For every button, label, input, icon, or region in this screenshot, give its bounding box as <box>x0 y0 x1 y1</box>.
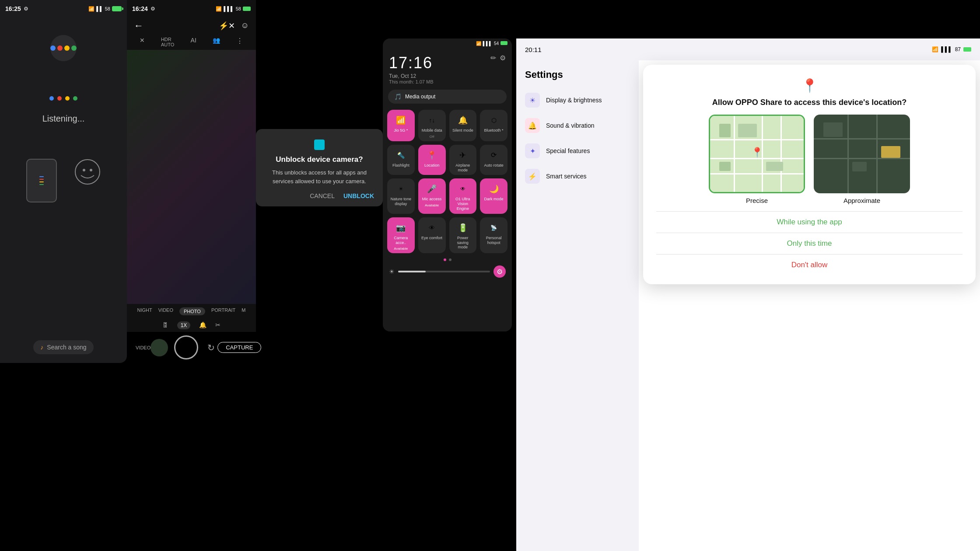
location-options: While using the app Only this time Don't… <box>656 211 962 274</box>
camera-access-sublabel: Available <box>394 247 408 251</box>
more-icon[interactable]: ⋮ <box>236 37 243 47</box>
page-dot-2[interactable] <box>449 258 452 261</box>
dark-mode-label: Dark mode <box>484 197 504 202</box>
qs-tile-bluetooth[interactable]: ⬡ Bluetooth * <box>480 110 508 141</box>
flip-camera-icon[interactable]: ↻ <box>204 341 217 354</box>
qs-tile-hotspot[interactable]: 📡 Personal hotspot <box>480 217 508 254</box>
search-song-button[interactable]: ♪ Search a song <box>33 340 93 354</box>
precise-map-image[interactable]: 📍 <box>709 115 805 193</box>
google-dots <box>50 45 77 51</box>
status-bar-camera: 16:24 ⚙ 📶 ▌▌▌ 58 <box>127 0 256 17</box>
unblock-title: Unblock device camera? <box>265 155 374 164</box>
mic-sublabel: Available <box>425 203 439 207</box>
while-using-app-option[interactable]: While using the app <box>656 213 962 231</box>
camera-modes-bar: NIGHT VIDEO PHOTO PORTRAIT M <box>127 304 256 319</box>
grid-icon: ✕ <box>140 37 145 47</box>
camera-bottom-bar: VIDEO ↻ CAPTURE <box>127 332 256 363</box>
signal-icon: ▌▌ <box>96 6 103 11</box>
phone-illustration <box>26 159 57 202</box>
mode-photo[interactable]: PHOTO <box>179 307 205 315</box>
listening-dots <box>49 96 77 101</box>
face-detect-icon[interactable]: ☺ <box>241 21 249 31</box>
qs-tile-wifi[interactable]: 📶 Jio 5G * <box>387 110 415 141</box>
page-dots <box>383 257 512 263</box>
qs-time: 17:16 <box>389 54 434 72</box>
flash-icon[interactable]: ⚡✕ <box>219 21 235 31</box>
only-this-time-option[interactable]: Only this time <box>656 235 962 252</box>
shutter-button[interactable] <box>174 335 198 359</box>
capture-button[interactable]: CAPTURE <box>217 342 261 353</box>
dont-allow-option[interactable]: Don't allow <box>656 256 962 274</box>
qs-tile-power-saving[interactable]: 🔋 Power saving mode <box>449 217 477 254</box>
sidebar-item-special[interactable]: ✦ Special features <box>516 138 639 164</box>
brightness-slider[interactable] <box>398 271 490 272</box>
face-illustration <box>74 159 101 185</box>
camera-access-icon: 📷 <box>395 222 407 234</box>
qs-header: 17:16 Tue, Oct 12 This month: 1.07 MB ✏ … <box>383 49 512 87</box>
qs-tile-camera[interactable]: 📷 Camera acce.. Available <box>387 217 415 254</box>
qs-tile-autorotate[interactable]: ⟳ Auto rotate <box>480 145 508 175</box>
sound-label: Sound & vibration <box>546 122 595 129</box>
unblock-actions: CANCEL UNBLOCK <box>265 192 374 199</box>
brightness-settings-button[interactable]: ⚙ <box>494 265 506 278</box>
qs-tile-flashlight[interactable]: 🔦 Flashlight <box>387 145 415 175</box>
mode-portrait[interactable]: PORTRAIT <box>211 307 235 315</box>
silent-icon: 🔔 <box>457 114 469 126</box>
google-dot-yellow <box>64 45 70 51</box>
location-dialog-title: Allow OPPO Share to access this device's… <box>656 98 962 108</box>
airplane-label: Airplane mode <box>452 163 474 173</box>
settings-icon-assistant: ⚙ <box>24 6 28 12</box>
precise-label: Precise <box>746 197 768 204</box>
back-button[interactable]: ← <box>134 20 144 31</box>
settings-title: Settings <box>516 65 639 87</box>
gallery-thumbnail[interactable] <box>150 339 168 356</box>
battery-camera-icon <box>243 7 251 11</box>
svg-point-0 <box>75 160 100 184</box>
location-map-options: 📍 Precise Approxim <box>656 115 962 204</box>
sidebar-item-smart[interactable]: ⚡ Smart services <box>516 164 639 189</box>
phone-icons <box>26 159 101 202</box>
special-icon: ✦ <box>525 143 540 158</box>
scissors-icon: ✂ <box>215 321 220 329</box>
unblock-button[interactable]: UNBLOCK <box>343 192 374 199</box>
approximate-map: Approximate <box>814 115 910 204</box>
qs-tile-vision[interactable]: 👁 O1 Ultra Vision Engine <box>449 178 477 213</box>
mode-more[interactable]: M <box>242 307 245 315</box>
mode-video[interactable]: VIDEO <box>158 307 173 315</box>
qs-battery-pct: 54 <box>494 41 499 46</box>
google-dot-green <box>71 45 77 51</box>
battery-camera: 58 <box>236 6 241 11</box>
qs-tile-silent[interactable]: 🔔 Silent mode <box>449 110 477 141</box>
media-output-button[interactable]: 🎵 Media output <box>388 90 507 104</box>
precise-map: 📍 Precise <box>709 115 805 204</box>
edit-icon[interactable]: ✏ <box>490 54 496 62</box>
special-label: Special features <box>546 147 590 154</box>
qs-tile-dark[interactable]: 🌙 Dark mode <box>480 178 508 213</box>
page-dot-1[interactable] <box>444 258 446 261</box>
settings-time: 20:11 <box>525 46 932 53</box>
sidebar-item-display[interactable]: ☀ Display & brightness <box>516 87 639 113</box>
settings-qs-icon[interactable]: ⚙ <box>500 54 506 62</box>
approximate-map-image[interactable] <box>814 115 910 193</box>
qs-tile-nature-tone[interactable]: ☀ Nature tone display <box>387 178 415 213</box>
zoom-1x[interactable]: 1X <box>177 321 191 329</box>
bluetooth-icon: ⬡ <box>488 114 500 126</box>
qs-tile-airplane[interactable]: ✈ Airplane mode <box>449 145 477 175</box>
smart-icon: ⚡ <box>525 169 540 184</box>
unblock-dialog: Unblock device camera? This unblocks acc… <box>256 129 383 206</box>
brightness-low-icon: ☀ <box>389 268 395 275</box>
camera-viewfinder <box>127 50 256 304</box>
qs-tile-location[interactable]: 📍 Location <box>418 145 446 175</box>
mode-night[interactable]: NIGHT <box>137 307 152 315</box>
cancel-button[interactable]: CANCEL <box>310 192 335 199</box>
brightness-row: ☀ ⚙ <box>383 263 512 280</box>
qs-tile-mic[interactable]: 🎤 Mic access Available <box>418 178 446 213</box>
video-mode-label: VIDEO <box>136 345 150 350</box>
power-saving-icon: 🔋 <box>457 222 469 234</box>
sidebar-item-sound[interactable]: 🔔 Sound & vibration <box>516 113 639 138</box>
listen-dot-3 <box>65 96 70 101</box>
mobile-data-icon: ↑↓ <box>426 114 438 126</box>
qs-tile-eye-comfort[interactable]: 👁 Eye comfort <box>418 217 446 254</box>
wifi-tile-label: Jio 5G * <box>394 128 408 133</box>
qs-tile-mobile-data[interactable]: ↑↓ Mobile data Off <box>418 110 446 141</box>
